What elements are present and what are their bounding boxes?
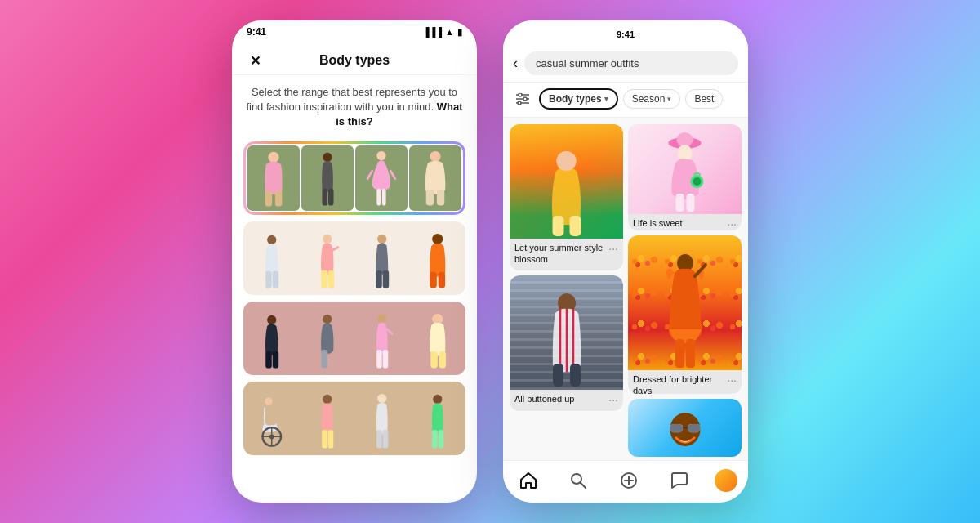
pin-more-4[interactable]: ···	[727, 373, 737, 387]
pin-text-1: Let your summer style blossom	[514, 242, 605, 266]
svg-rect-13	[437, 189, 444, 205]
svg-point-56	[523, 97, 527, 101]
svg-rect-84	[670, 424, 683, 432]
svg-point-39	[265, 397, 272, 405]
pins-area: Let your summer style blossom ···	[503, 118, 748, 460]
svg-rect-28	[265, 351, 272, 368]
svg-rect-31	[321, 350, 327, 369]
svg-rect-45	[322, 430, 327, 449]
svg-rect-8	[382, 188, 386, 205]
svg-line-9	[368, 171, 372, 178]
pin-card-2[interactable]: Life is sweet ···	[628, 124, 742, 230]
svg-point-54	[519, 93, 522, 96]
filter-season[interactable]: Season ▾	[623, 89, 681, 109]
svg-rect-33	[376, 350, 382, 369]
svg-point-44	[323, 394, 332, 403]
body-type-row-2[interactable]	[243, 221, 466, 295]
pin-image-3	[510, 275, 623, 390]
body-type-row-1[interactable]	[243, 141, 466, 215]
pin-more-3[interactable]: ···	[608, 393, 618, 406]
search-nav-button[interactable]	[564, 466, 593, 495]
svg-point-32	[377, 313, 386, 322]
figure-10	[301, 303, 354, 373]
pin-caption-2: Life is sweet ···	[628, 214, 742, 230]
svg-point-6	[376, 150, 385, 159]
pin-image-1	[510, 124, 623, 239]
svg-point-50	[433, 394, 442, 403]
figure-8	[411, 223, 465, 293]
filter-season-label: Season	[632, 93, 666, 105]
signal-icon: ▐▐▐	[423, 27, 442, 37]
svg-rect-23	[383, 270, 390, 288]
pin-card-1[interactable]: Let your summer style blossom ···	[510, 124, 623, 270]
svg-rect-26	[438, 271, 444, 288]
svg-rect-77	[675, 339, 684, 368]
svg-point-36	[432, 313, 443, 324]
figure-wheelchair	[245, 383, 299, 454]
svg-point-3	[323, 152, 332, 161]
body-type-row-3[interactable]	[243, 302, 466, 375]
filter-best-label: Best	[694, 93, 714, 105]
svg-point-71	[677, 145, 692, 161]
filter-body-types[interactable]: Body types ▾	[539, 88, 618, 110]
svg-rect-2	[275, 190, 282, 206]
profile-nav-button[interactable]	[715, 469, 737, 492]
pin-card-4[interactable]: Dressed for brighter days ···	[628, 235, 742, 394]
messages-nav-button[interactable]	[665, 466, 694, 495]
modal-title: Body types	[319, 53, 390, 68]
svg-rect-49	[383, 430, 389, 449]
filter-best[interactable]: Best	[685, 89, 723, 109]
pin-card-3[interactable]: All buttoned up ···	[510, 275, 623, 411]
wifi-icon: ▲	[445, 27, 454, 37]
svg-rect-15	[265, 270, 272, 288]
figure-2	[301, 145, 354, 211]
search-input[interactable]: casual summer outfits	[524, 51, 738, 75]
svg-rect-37	[430, 351, 437, 368]
pin-more-1[interactable]: ···	[608, 242, 618, 255]
figure-1	[247, 145, 300, 211]
pin-image-2	[628, 124, 742, 214]
status-bar-left: 9:41 ▐▐▐ ▲ ▮	[232, 20, 477, 43]
svg-point-0	[268, 151, 278, 162]
svg-rect-85	[687, 424, 700, 432]
svg-line-20	[332, 247, 338, 250]
svg-line-10	[390, 171, 395, 178]
add-nav-button[interactable]	[614, 466, 644, 495]
pin-caption-4: Dressed for brighter days ···	[628, 370, 742, 394]
pin-more-2[interactable]: ···	[727, 217, 737, 230]
close-button[interactable]: ✕	[245, 51, 265, 70]
svg-rect-78	[686, 339, 695, 368]
svg-rect-46	[327, 430, 333, 449]
svg-rect-67	[553, 364, 564, 387]
svg-rect-52	[438, 430, 443, 449]
back-button[interactable]: ‹	[513, 55, 518, 72]
home-nav-button[interactable]	[514, 466, 543, 495]
svg-point-21	[377, 234, 386, 243]
pin-card-5[interactable]	[628, 399, 742, 457]
figure-12	[411, 303, 465, 373]
svg-rect-22	[376, 270, 382, 288]
figure-14	[355, 383, 409, 454]
filter-body-types-label: Body types	[549, 93, 602, 105]
modal-header: ✕ Body types	[232, 43, 477, 75]
svg-rect-18	[321, 270, 327, 288]
svg-point-14	[267, 235, 276, 244]
svg-rect-1	[265, 190, 272, 206]
body-type-row-4[interactable]	[243, 382, 466, 455]
figure-3	[355, 145, 408, 211]
svg-line-87	[581, 482, 586, 488]
svg-rect-61	[552, 216, 564, 236]
pin-text-4: Dressed for brighter days	[633, 373, 724, 394]
status-time-right: 9:41	[617, 29, 635, 39]
svg-rect-74	[675, 194, 684, 212]
svg-rect-29	[273, 351, 279, 368]
filter-sliders-icon[interactable]	[511, 87, 534, 110]
pin-image-5	[628, 399, 742, 457]
filter-bar: Body types ▾ Season ▾ Best	[503, 83, 748, 118]
svg-point-30	[323, 314, 332, 323]
chevron-down-icon: ▾	[604, 95, 608, 103]
svg-rect-4	[322, 188, 327, 205]
figure-4	[409, 145, 461, 211]
svg-rect-12	[426, 189, 434, 205]
status-time: 9:41	[247, 26, 266, 38]
